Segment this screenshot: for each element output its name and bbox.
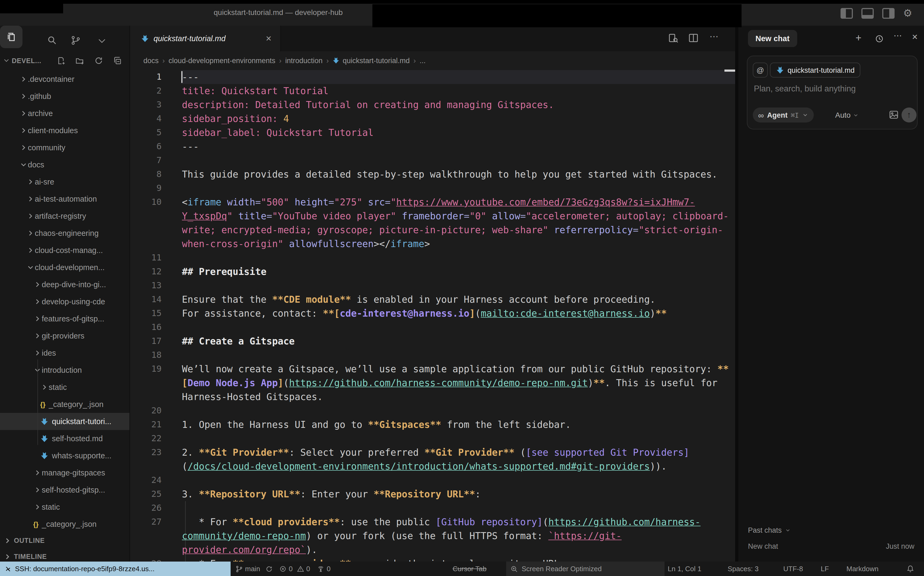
past-chats-toggle[interactable]: Past chats xyxy=(748,526,791,534)
editor-line[interactable]: 211. Open the Harness UI and go to **Git… xyxy=(130,418,735,432)
tree-item-whats-supporte-[interactable]: whats-supporte... xyxy=(0,447,130,464)
breadcrumb-item[interactable]: ... xyxy=(420,56,426,64)
new-chat-plus-icon[interactable]: + xyxy=(855,32,862,44)
breadcrumb[interactable]: docs›cloud-development-environments›intr… xyxy=(130,51,735,70)
eol-status[interactable]: LF xyxy=(821,562,829,576)
editor-line[interactable]: [Demo Node.js App](https://github.com/ha… xyxy=(130,376,735,390)
more-views-chevron-icon[interactable] xyxy=(98,38,106,44)
editor-line[interactable]: 1--- xyxy=(130,70,735,84)
editor-line[interactable]: write; encrypted-media; gyroscope; pictu… xyxy=(130,223,735,237)
editor-line[interactable]: 10<iframe width="500" height="275" src="… xyxy=(130,195,735,209)
editor-line[interactable]: 4sidebar_position: 4 xyxy=(130,112,735,126)
add-context-button[interactable]: @ xyxy=(753,62,768,78)
tree-item-ai-test-automation[interactable]: ai-test-automation xyxy=(0,190,130,208)
open-preview-icon[interactable] xyxy=(668,33,678,43)
editor-line[interactable]: 2title: Quickstart Tutorial xyxy=(130,84,735,98)
editor-line[interactable]: 19We’ll now create a Gitspace, we’ll use… xyxy=(130,362,735,376)
tree-item-chaos-engineering[interactable]: chaos-engineering xyxy=(0,225,130,242)
editor-line[interactable]: 253. **Repository URL**: Enter your **Re… xyxy=(130,487,735,501)
cursor-tab-status[interactable]: Cursor Tab xyxy=(453,562,487,576)
editor-line[interactable]: community/demo-repo-nm) or your fork (us… xyxy=(130,529,735,543)
notifications-bell-icon[interactable] xyxy=(906,562,914,576)
tree-item-ides[interactable]: ides xyxy=(0,344,130,362)
editor-line[interactable]: 232. **Git Provider**: Select your prefe… xyxy=(130,445,735,459)
chat-close-icon[interactable]: ✕ xyxy=(912,33,918,41)
tree-item-self-hosted-md[interactable]: self-hosted.md xyxy=(0,430,130,447)
tree-item-community[interactable]: community xyxy=(0,139,130,156)
toggle-panel-icon[interactable] xyxy=(862,8,874,19)
source-control-icon[interactable] xyxy=(70,35,81,45)
panel-divider[interactable] xyxy=(735,26,738,562)
tree-item-introduction[interactable]: introduction xyxy=(0,362,130,379)
chat-history-icon[interactable] xyxy=(875,34,884,43)
tab-quickstart-tutorial[interactable]: quickstart-tutorial.md ✕ xyxy=(130,26,281,51)
editor-line[interactable]: 15For assistance, contact: **[cde-intere… xyxy=(130,306,735,320)
breadcrumb-item[interactable]: cloud-development-environments xyxy=(168,56,275,64)
chat-input-card[interactable]: @ quickstart-tutorial.md Plan, search, b… xyxy=(747,56,918,130)
code-area[interactable]: 1---2title: Quickstart Tutorial3descript… xyxy=(130,70,735,562)
chat-input-placeholder[interactable]: Plan, search, build anything xyxy=(754,84,856,94)
new-file-icon[interactable] xyxy=(57,56,66,65)
editor-line[interactable]: 22 xyxy=(130,432,735,445)
new-folder-icon[interactable] xyxy=(75,56,85,65)
agent-mode-selector[interactable]: ∞ Agent ⌘I xyxy=(753,107,814,122)
tree-item-quickstart-tutori-[interactable]: quickstart-tutori... xyxy=(0,413,130,430)
tree-item-manage-gitspaces[interactable]: manage-gitspaces xyxy=(0,464,130,482)
editor-line[interactable]: 26 xyxy=(130,501,735,515)
tree-item-artifact-registry[interactable]: artifact-registry xyxy=(0,208,130,225)
outline-section[interactable]: OUTLINE xyxy=(0,533,130,549)
breadcrumb-item[interactable]: quickstart-tutorial.md xyxy=(343,56,410,64)
refresh-icon[interactable] xyxy=(94,56,103,65)
toggle-primary-sidebar-icon[interactable] xyxy=(841,8,853,19)
model-selector[interactable]: Auto xyxy=(835,107,859,122)
language-mode-status[interactable]: Markdown xyxy=(846,562,879,576)
tree-item-client-modules[interactable]: client-modules xyxy=(0,122,130,139)
screen-reader-status[interactable]: Screen Reader Optimized xyxy=(506,562,665,576)
tab-close-icon[interactable]: ✕ xyxy=(266,34,272,43)
send-button[interactable]: ↑ xyxy=(902,107,916,122)
remote-indicator[interactable]: SSH: documentation-repo-e5ifp9-8rzze4.us… xyxy=(0,562,231,576)
editor-line[interactable]: 8This guide provides a detailed step-by-… xyxy=(130,167,735,181)
editor-line[interactable]: Y_txspDq" title="YouTube video player" f… xyxy=(130,209,735,223)
tree-item-cloud-developmen-[interactable]: cloud-developmen... xyxy=(0,259,130,276)
editor-line[interactable]: 6--- xyxy=(130,139,735,154)
editor-line[interactable]: 20 xyxy=(130,404,735,418)
tree-item-git-providers[interactable]: git-providers xyxy=(0,327,130,344)
tree-item-static[interactable]: static xyxy=(0,379,130,396)
tree-item--category-json[interactable]: {}_category_.json xyxy=(0,515,130,533)
editor-line[interactable]: 13 xyxy=(130,278,735,293)
tree-item-features-of-gitsp-[interactable]: features-of-gitsp... xyxy=(0,310,130,327)
attach-image-icon[interactable] xyxy=(889,110,899,120)
encoding-status[interactable]: UTF-8 xyxy=(783,562,803,576)
tree-item-archive[interactable]: archive xyxy=(0,105,130,122)
tree-item-ai-sre[interactable]: ai-sre xyxy=(0,173,130,190)
tree-item-develop-using-cde[interactable]: develop-using-cde xyxy=(0,293,130,310)
editor-line[interactable]: 24 xyxy=(130,473,735,487)
toggle-secondary-sidebar-icon[interactable] xyxy=(882,8,895,19)
context-pill[interactable]: quickstart-tutorial.md xyxy=(770,62,861,78)
editor-line[interactable]: 11 xyxy=(130,251,735,265)
tree-item--category-json[interactable]: {}_category_.json xyxy=(0,396,130,413)
tree-item-self-hosted-gitsp-[interactable]: self-hosted-gitsp... xyxy=(0,482,130,498)
settings-gear-icon[interactable]: ⚙ xyxy=(903,9,912,18)
editor-line[interactable]: 28 * For **on-prem providers**: provide … xyxy=(130,557,735,562)
editor-line[interactable]: 16 xyxy=(130,320,735,334)
tree-item--github[interactable]: .github xyxy=(0,88,130,105)
editor-more-actions-icon[interactable]: ⋯ xyxy=(709,31,719,42)
editor-line[interactable]: 9 xyxy=(130,181,735,195)
editor-line[interactable]: Harness-Hosted Gitspaces. xyxy=(130,390,735,404)
editor-line[interactable]: 18 xyxy=(130,348,735,362)
editor-line[interactable]: 17## Create a Gitspace xyxy=(130,334,735,348)
tree-item-docs[interactable]: docs xyxy=(0,156,130,173)
explorer-section-header[interactable]: DEVEL... xyxy=(0,54,130,69)
editor-line[interactable]: 12## Prerequisite xyxy=(130,265,735,278)
breadcrumb-item[interactable]: introduction xyxy=(285,56,323,64)
chat-tab-new-chat[interactable]: New chat xyxy=(748,30,797,47)
editor-line[interactable]: provider.com/org/repo`). xyxy=(130,543,735,557)
cursor-position-status[interactable]: Ln 1, Col 1 xyxy=(668,562,701,576)
split-editor-icon[interactable] xyxy=(688,33,699,43)
tree-item-static[interactable]: static xyxy=(0,498,130,515)
editor-line[interactable]: 27 * For **cloud providers**: use the pu… xyxy=(130,515,735,529)
problems-status[interactable]: 0 0 xyxy=(279,565,310,573)
explorer-icon[interactable] xyxy=(0,26,22,48)
